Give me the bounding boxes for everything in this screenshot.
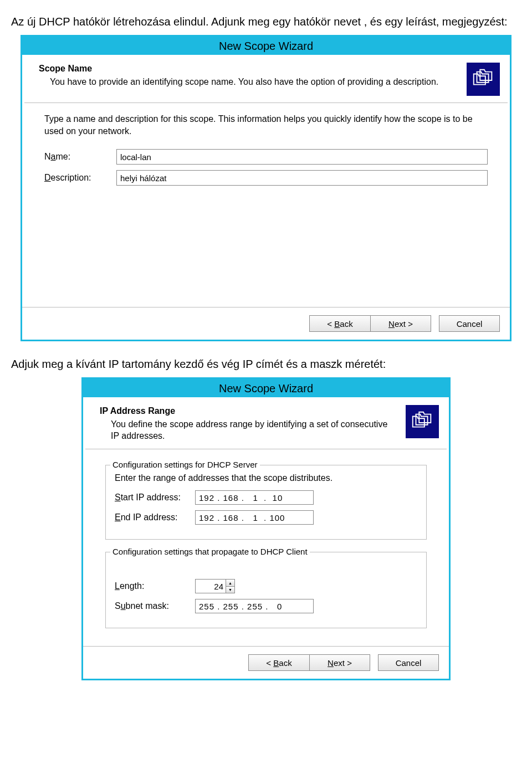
start-ip-label: Start IP address: [115,493,195,503]
wizard-title-2: New Scope Wizard [83,379,449,397]
length-input[interactable] [196,580,226,593]
back-button[interactable]: < Back [309,315,370,332]
name-label: Name: [44,152,116,162]
dhcp-server-group: Configuration settings for DHCP Server E… [105,465,427,540]
next-button[interactable]: Next > [370,315,431,332]
dhcp-client-group: Configuration settings that propagate to… [105,552,427,628]
intro-text: Az új DHCP hatókör létrehozása elindul. … [11,16,521,28]
end-ip-input[interactable] [195,510,314,525]
back-button[interactable]: < Back [248,654,309,671]
subnet-mask-label: Subnet mask: [115,601,195,611]
wizard-heading: Scope Name [39,63,459,75]
spin-up-icon[interactable]: ▲ [226,580,234,587]
wizard-title: New Scope Wizard [22,37,510,55]
group1-legend: Configuration settings for DHCP Server [110,460,260,469]
wizard-header: Scope Name You have to provide an identi… [22,55,510,102]
folders-icon [467,63,500,96]
wizard-heading-2: IP Address Range [100,405,398,417]
range-instruction: Enter the range of addresses that the sc… [115,472,417,484]
length-label: Length: [115,581,195,591]
scope-name-wizard: New Scope Wizard Scope Name You have to … [21,35,511,341]
scope-instruction: Type a name and description for this sco… [44,113,488,137]
group2-legend: Configuration settings that propagate to… [110,547,310,556]
ip-range-wizard: New Scope Wizard IP Address Range You de… [81,377,451,680]
scope-description-input[interactable] [116,170,488,186]
wizard-header-2: IP Address Range You define the scope ad… [83,397,449,449]
folders-icon [406,405,439,438]
scope-name-input[interactable] [116,149,488,165]
next-button[interactable]: Next > [309,654,370,671]
subnet-mask-input[interactable] [195,599,314,613]
cancel-button[interactable]: Cancel [378,654,439,671]
end-ip-label: End IP address: [115,512,195,522]
spin-down-icon[interactable]: ▼ [226,587,234,593]
cancel-button[interactable]: Cancel [439,315,500,332]
between-text: Adjuk meg a kívánt IP tartomány kezdő és… [11,358,521,371]
start-ip-input[interactable] [195,490,314,505]
wizard-subheading: You have to provide an identifying scope… [39,76,459,88]
wizard-subheading-2: You define the scope address range by id… [100,418,398,442]
description-label: Description: [44,173,116,183]
length-spinner[interactable]: ▲ ▼ [195,579,235,593]
